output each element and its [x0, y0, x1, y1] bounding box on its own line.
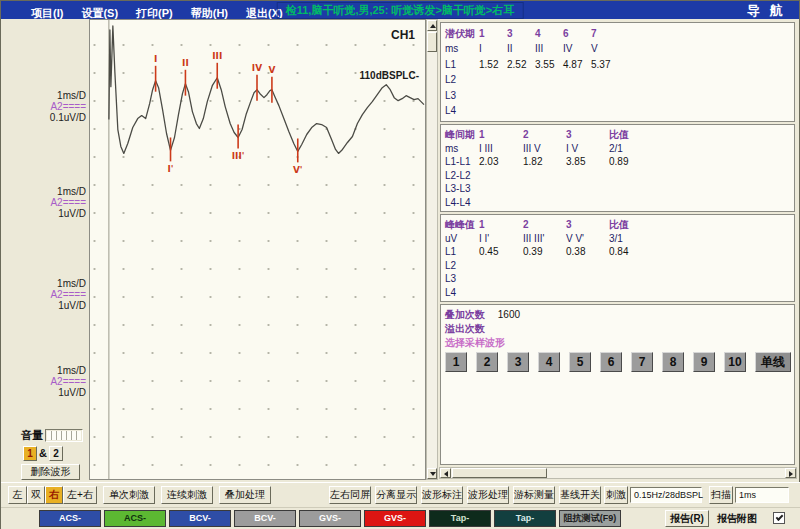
- vertical-scrollbar-thumb[interactable]: [427, 32, 437, 52]
- cell: 2/1: [609, 142, 659, 156]
- cell: 峰间期: [445, 128, 479, 142]
- electrode-label: A2====: [2, 101, 86, 112]
- fkey-button-7[interactable]: Tap-cVEMP(F7): [429, 510, 491, 527]
- toolbar-button-8[interactable]: 分离显示: [375, 486, 417, 504]
- toolbar-button-9[interactable]: 波形标注: [421, 486, 463, 504]
- toolbar-button-7[interactable]: 左右同屏: [329, 486, 371, 504]
- sample-waveform-button-单线[interactable]: 单线: [755, 352, 791, 372]
- scroll-right-button[interactable]: [785, 468, 796, 478]
- fkey-button-8[interactable]: Tap-oVEMP(F8): [494, 510, 556, 527]
- toolbar-button-6[interactable]: 叠加处理: [219, 486, 271, 504]
- scroll-left-button[interactable]: [440, 468, 451, 478]
- cell: [609, 182, 659, 196]
- cell: [523, 286, 566, 300]
- curve-and-label: &: [37, 447, 49, 459]
- cell: L1-L1: [445, 155, 479, 169]
- sweep-button[interactable]: 扫描: [709, 486, 733, 504]
- delete-waveform-button[interactable]: 删除波形: [21, 464, 80, 480]
- cell: 3: [566, 218, 609, 232]
- sample-waveform-button-3[interactable]: 3: [507, 352, 529, 372]
- stimulus-level-label: 110dBSPLC-: [360, 70, 419, 81]
- cell: 6: [563, 26, 591, 41]
- cell: 比值: [609, 218, 659, 232]
- cell: L1: [445, 57, 479, 72]
- cell: 1.82: [523, 155, 566, 169]
- report-attach-label: 报告附图: [717, 512, 757, 526]
- cell: [507, 88, 535, 103]
- nav-button[interactable]: 导航: [747, 2, 793, 20]
- sample-waveform-button-2[interactable]: 2: [476, 352, 498, 372]
- horizontal-scrollbar[interactable]: [439, 467, 797, 479]
- sweep-field[interactable]: 1ms: [735, 487, 789, 503]
- volume-slider[interactable]: [45, 429, 83, 442]
- report-button[interactable]: 报告(R): [665, 510, 709, 527]
- vertical-scrollbar[interactable]: [426, 19, 438, 480]
- cell: 0.84: [609, 245, 659, 259]
- fkey-button-2[interactable]: ACS-oVEMP(F2): [104, 510, 166, 527]
- cell: [609, 259, 659, 273]
- table-row: L11.522.523.554.875.37: [441, 57, 794, 72]
- fkey-button-9[interactable]: 阻抗测试(F9): [559, 510, 621, 527]
- sample-waveform-button-9[interactable]: 9: [693, 352, 715, 372]
- toolbar-button-1[interactable]: 双: [27, 486, 45, 504]
- fkey-button-1[interactable]: ACS-cVEMP(F1): [39, 510, 101, 527]
- toolbar-button-5[interactable]: 连续刺激: [161, 486, 213, 504]
- electrode-label: A2====: [2, 376, 86, 387]
- scroll-up-button[interactable]: [427, 20, 437, 31]
- svg-text:V': V': [293, 165, 303, 175]
- stimulus-field[interactable]: 0.15Hz/28dBSPL: [630, 487, 702, 503]
- cell: III III': [523, 232, 566, 246]
- cell: [535, 103, 563, 118]
- fkey-button-4[interactable]: BCV-oVEMP(F4): [234, 510, 296, 527]
- toolbar-button-2[interactable]: 右: [45, 486, 63, 504]
- cell: 比值: [609, 128, 659, 142]
- cell: II: [507, 41, 535, 56]
- waveform-plot[interactable]: II'IIIIIIII'IVVV' CH1 110dBSPLC-: [89, 19, 426, 480]
- cell: L3-L3: [445, 182, 479, 196]
- curve-1-button[interactable]: 1: [23, 446, 37, 461]
- volume-row: 音量: [21, 426, 83, 442]
- sample-waveform-button-6[interactable]: 6: [600, 352, 622, 372]
- table-row: L3: [441, 272, 794, 286]
- toolbar-button-4[interactable]: 单次刺激: [103, 486, 155, 504]
- fkey-button-6[interactable]: GVS-oVEMP(F6): [364, 510, 426, 527]
- sample-waveform-button-7[interactable]: 7: [631, 352, 653, 372]
- fkey-button-5[interactable]: GVS-cVEMP(F5): [299, 510, 361, 527]
- horizontal-scrollbar-thumb[interactable]: [452, 468, 547, 478]
- results-panel: 潜伏期13467msIIIIIIIVVL11.522.523.554.875.3…: [438, 19, 799, 480]
- sample-waveform-button-8[interactable]: 8: [662, 352, 684, 372]
- report-attach-checkbox[interactable]: [773, 512, 785, 524]
- acquisition-box: 叠加次数 1600 溢出次数 选择采样波形 12345678910单线: [440, 304, 795, 465]
- cell: [479, 72, 507, 87]
- sample-waveform-button-10[interactable]: 10: [724, 352, 746, 372]
- toolbar-button-3[interactable]: 左+右: [63, 486, 97, 504]
- cell: [523, 272, 566, 286]
- time-scale-label: 1ms/D: [2, 278, 86, 289]
- select-waveform-row: 选择采样波形: [445, 337, 505, 349]
- sample-waveform-button-5[interactable]: 5: [569, 352, 591, 372]
- cell: L3: [445, 272, 479, 286]
- cell: 0.45: [479, 245, 523, 259]
- cell: 峰峰值: [445, 218, 479, 232]
- toolbar-button-12[interactable]: 基线开关: [559, 486, 601, 504]
- svg-text:I: I: [154, 54, 157, 64]
- toolbar-button-10[interactable]: 波形处理: [467, 486, 509, 504]
- cell: L2: [445, 72, 479, 87]
- cell: L4: [445, 103, 479, 118]
- stimulus-button[interactable]: 刺激: [604, 486, 628, 504]
- sample-waveform-button-4[interactable]: 4: [538, 352, 560, 372]
- toolbar: 左双右左+右单次刺激连续刺激叠加处理左右同屏分离显示波形标注波形处理游标测量基线…: [1, 482, 800, 507]
- scroll-down-button[interactable]: [427, 468, 437, 479]
- time-scale-label: 1ms/D: [2, 90, 86, 101]
- svg-text:IV: IV: [252, 63, 262, 73]
- amplitude-scale-label: 1uV/D: [2, 387, 86, 398]
- cell: [591, 103, 619, 118]
- cell: I: [479, 41, 507, 56]
- cell: ms: [445, 41, 479, 56]
- curve-2-button[interactable]: 2: [49, 446, 63, 461]
- toolbar-button-0[interactable]: 左: [8, 486, 27, 504]
- fkey-button-3[interactable]: BCV-cVEMP(F3): [169, 510, 231, 527]
- arrow-up-icon: [430, 24, 436, 28]
- toolbar-button-11[interactable]: 游标测量: [513, 486, 555, 504]
- sample-waveform-button-1[interactable]: 1: [445, 352, 467, 372]
